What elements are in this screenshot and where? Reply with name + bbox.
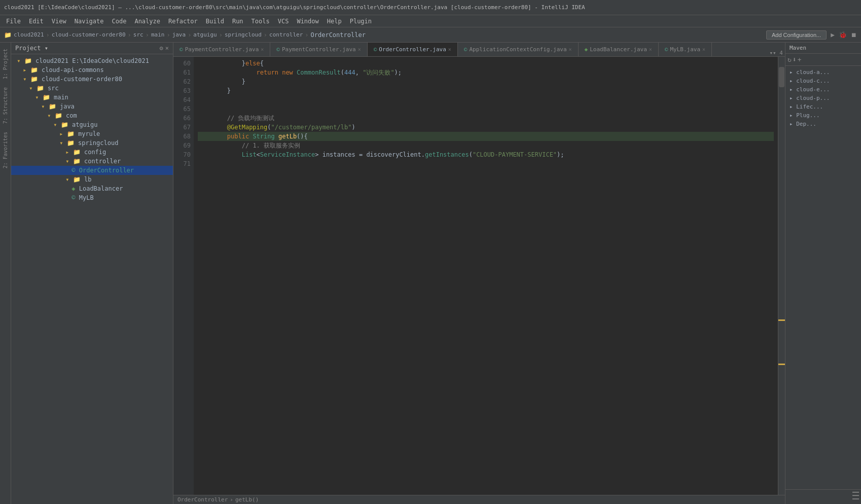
menu-build[interactable]: Build bbox=[202, 17, 228, 26]
menu-refactor[interactable]: Refactor bbox=[164, 17, 202, 26]
structure-tab[interactable]: 7: Structure bbox=[2, 83, 9, 128]
tree-atguigu[interactable]: ▾ 📁 atguigu bbox=[11, 120, 173, 129]
editor-area: © PaymentController.java × © PaymentCont… bbox=[173, 43, 785, 504]
maven-item-2[interactable]: ▸ cloud-c... bbox=[787, 77, 859, 85]
tree-root[interactable]: ▾ 📁 cloud2021 E:\IdeaCode\cloud2021 bbox=[11, 56, 173, 65]
menu-window[interactable]: Window bbox=[293, 17, 322, 26]
menu-code[interactable]: Code bbox=[108, 17, 131, 26]
maven-title: Maven bbox=[790, 45, 806, 51]
menu-plugin[interactable]: Plugin bbox=[346, 17, 376, 26]
tab-loadbalancer[interactable]: ◈ LoadBalancer.java × bbox=[579, 43, 659, 56]
menu-tools[interactable]: Tools bbox=[247, 17, 274, 26]
nav-src[interactable]: src bbox=[133, 31, 144, 38]
nav-project[interactable]: cloud2021 bbox=[14, 31, 44, 38]
project-tree: ▾ 📁 cloud2021 E:\IdeaCode\cloud2021 ▸ 📁 … bbox=[11, 54, 173, 504]
breadcrumb: OrderController › getLb() bbox=[173, 495, 785, 504]
structure-right-tab[interactable]: ▎▎▎ bbox=[785, 489, 861, 504]
maven-item-4[interactable]: ▸ cloud-p... bbox=[787, 94, 859, 102]
maven-item-6[interactable]: ▸ Plug... bbox=[787, 111, 859, 120]
tab-mylb[interactable]: © MyLB.java × bbox=[659, 43, 712, 56]
more-tabs-button[interactable]: ▾▾ 4 bbox=[770, 50, 783, 56]
menu-run[interactable]: Run bbox=[228, 17, 247, 26]
tree-com[interactable]: ▾ 📁 com bbox=[11, 111, 173, 120]
code-line-66: // 负载均衡测试 bbox=[198, 114, 774, 123]
tree-springcloud[interactable]: ▾ 📁 springcloud bbox=[11, 138, 173, 148]
menu-navigate[interactable]: Navigate bbox=[70, 17, 108, 26]
nav-folder-icon: 📁 bbox=[4, 31, 12, 39]
left-tabs: 1: Project 7: Structure 2: Favorites bbox=[0, 43, 11, 504]
tab-appconfig[interactable]: © ApplicationContextConfig.java × bbox=[458, 43, 579, 56]
project-tab[interactable]: 1: Project bbox=[2, 45, 9, 83]
maven-item-5[interactable]: ▸ Lifec... bbox=[787, 102, 859, 111]
maven-item-1[interactable]: ▸ cloud-a... bbox=[787, 68, 859, 77]
project-panel: Project ▾ ⚙ × ▾ 📁 cloud2021 E:\IdeaCode\… bbox=[11, 43, 173, 504]
favorites-tab[interactable]: 2: Favorites bbox=[2, 128, 9, 172]
tab-order-controller[interactable]: © OrderController.java × bbox=[368, 43, 458, 56]
tree-order-controller[interactable]: © OrderController bbox=[11, 166, 173, 175]
maven-panel: Maven ↻ ⬇ + ▸ cloud-a... ▸ cloud-c... ▸ … bbox=[785, 43, 861, 504]
tab-payment2[interactable]: © PaymentController.java × bbox=[270, 43, 367, 56]
menu-file[interactable]: File bbox=[2, 17, 25, 26]
breadcrumb-controller[interactable]: OrderController bbox=[177, 496, 228, 503]
close-tab-mylb[interactable]: × bbox=[702, 47, 705, 52]
tree-loadbalancer[interactable]: ◈ LoadBalancer bbox=[11, 184, 173, 193]
nav-java[interactable]: java bbox=[172, 31, 186, 38]
code-line-62: } bbox=[198, 77, 774, 86]
code-line-63: } bbox=[198, 86, 774, 95]
nav-file[interactable]: OrderController bbox=[311, 31, 366, 39]
code-line-68: public String getLb(){ bbox=[198, 132, 774, 141]
maven-refresh-icon[interactable]: ↻ bbox=[787, 56, 792, 63]
nav-pkg2[interactable]: springcloud bbox=[225, 31, 262, 38]
tree-api-commons[interactable]: ▸ 📁 cloud-api-commons bbox=[11, 65, 173, 75]
project-panel-title: Project ▾ bbox=[15, 45, 48, 52]
tree-lb[interactable]: ▾ 📁 lb bbox=[11, 175, 173, 184]
tree-controller[interactable]: ▾ 📁 controller bbox=[11, 157, 173, 166]
line-numbers: 60 61 62 63 64 65 66 67 68 69 70 71 bbox=[173, 57, 194, 495]
nav-module[interactable]: cloud-customer-order80 bbox=[52, 31, 126, 38]
add-configuration-button[interactable]: Add Configuration... bbox=[766, 30, 827, 40]
menu-analyze[interactable]: Analyze bbox=[130, 17, 164, 26]
code-line-71 bbox=[198, 159, 774, 168]
close-tab-payment1[interactable]: × bbox=[261, 47, 264, 52]
code-line-67: @GetMapping("/customer/payment/lb") bbox=[198, 123, 774, 132]
menu-help[interactable]: Help bbox=[323, 17, 346, 26]
title-text: cloud2021 [E:\IdeaCode\cloud2021] – ...\… bbox=[4, 4, 585, 11]
nav-pkg1[interactable]: atguigu bbox=[193, 31, 217, 38]
main-container: 1: Project 7: Structure 2: Favorites Pro… bbox=[0, 43, 861, 504]
tree-config[interactable]: ▸ 📁 config bbox=[11, 148, 173, 157]
menu-edit[interactable]: Edit bbox=[25, 17, 48, 26]
close-icon[interactable]: × bbox=[165, 45, 169, 52]
maven-download-icon[interactable]: ⬇ bbox=[793, 56, 797, 63]
editor-tabs: © PaymentController.java × © PaymentCont… bbox=[173, 43, 785, 57]
gear-icon[interactable]: ⚙ bbox=[160, 45, 163, 52]
close-tab-order[interactable]: × bbox=[448, 47, 451, 52]
scrollbar-thumb[interactable] bbox=[779, 67, 784, 87]
editor-scrollbar[interactable] bbox=[778, 57, 785, 495]
panel-icons: ⚙ × bbox=[160, 45, 169, 52]
close-tab-appconfig[interactable]: × bbox=[569, 47, 572, 52]
code-line-69: // 1. 获取服务实例 bbox=[198, 141, 774, 150]
tree-order80[interactable]: ▾ 📁 cloud-customer-order80 bbox=[11, 75, 173, 84]
run-button[interactable]: ▶ bbox=[831, 31, 835, 39]
code-content[interactable]: }else{ return new CommonResult(444, "访问失… bbox=[194, 57, 778, 495]
tree-myrule[interactable]: ▸ 📁 myrule bbox=[11, 129, 173, 138]
tree-src[interactable]: ▾ 📁 src bbox=[11, 84, 173, 93]
close-tab-payment2[interactable]: × bbox=[358, 47, 361, 52]
menu-vcs[interactable]: VCS bbox=[274, 17, 293, 26]
maven-toolbar: ↻ ⬇ + bbox=[785, 54, 861, 66]
nav-pkg3[interactable]: controller bbox=[269, 31, 303, 38]
stop-button[interactable]: ⏹ bbox=[851, 31, 857, 39]
tab-payment1[interactable]: © PaymentController.java × bbox=[173, 43, 270, 56]
tree-mylb[interactable]: © MyLB bbox=[11, 193, 173, 202]
maven-item-7[interactable]: ▸ Dep... bbox=[787, 120, 859, 128]
maven-item-3[interactable]: ▸ cloud-e... bbox=[787, 85, 859, 94]
menu-view[interactable]: View bbox=[48, 17, 70, 26]
tree-main[interactable]: ▾ 📁 main bbox=[11, 93, 173, 102]
maven-plus-icon[interactable]: + bbox=[798, 56, 802, 63]
breadcrumb-method[interactable]: getLb() bbox=[235, 496, 259, 503]
tree-java[interactable]: ▾ 📁 java bbox=[11, 102, 173, 111]
debug-button[interactable]: 🐞 bbox=[839, 31, 847, 39]
navbar: 📁 cloud2021 › cloud-customer-order80 › s… bbox=[0, 27, 861, 43]
nav-main[interactable]: main bbox=[151, 31, 165, 38]
close-tab-lb[interactable]: × bbox=[649, 47, 652, 52]
